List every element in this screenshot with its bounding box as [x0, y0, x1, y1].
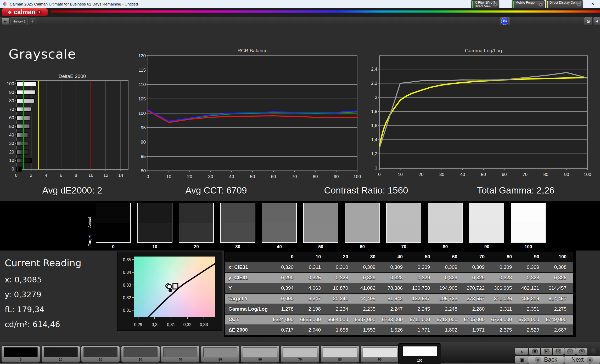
- grayscale-patch-20: [179, 203, 214, 243]
- table-row: Target Y0,0006,34720,34144,40881,642132,…: [225, 293, 573, 304]
- patch-button-0[interactable]: 0: [1, 345, 40, 363]
- table-cell: 2,040: [300, 325, 327, 335]
- table-cell: 20,341: [327, 293, 354, 304]
- svg-text:100: 100: [354, 174, 361, 179]
- patch-button-label: 10: [42, 358, 80, 361]
- svg-text:30: 30: [208, 174, 213, 179]
- svg-text:0,32: 0,32: [183, 322, 192, 327]
- patch-button-20[interactable]: 20: [81, 345, 120, 363]
- tab-label: History 1: [13, 20, 25, 23]
- row-label: Gamma Log/Log: [225, 304, 273, 314]
- table-cell: 6664,000: [327, 314, 354, 325]
- column-header-30: 30: [354, 252, 382, 262]
- patch-button-100[interactable]: 100: [398, 343, 441, 364]
- svg-text:0: 0: [147, 174, 149, 179]
- svg-text:0,32: 0,32: [123, 295, 131, 300]
- patch-button-30[interactable]: 30: [121, 345, 160, 363]
- patch-level-label: 80: [427, 244, 463, 249]
- column-header-80: 80: [491, 252, 518, 262]
- table-cell: 2,247: [382, 304, 409, 314]
- settings-button[interactable]: ⚙: [584, 17, 593, 25]
- next-button[interactable]: Next »: [564, 355, 600, 364]
- table-cell: 0,329: [464, 272, 491, 283]
- status-light: [589, 348, 599, 355]
- deltae-2000-chart: DeltaE 200002468101214100908070605040302…: [5, 73, 134, 184]
- play-button[interactable]: ▶: [541, 348, 552, 355]
- svg-text:120: 120: [138, 53, 146, 58]
- chevron-left-icon: ◀: [596, 19, 598, 23]
- patch-button-80[interactable]: 80: [321, 345, 359, 363]
- calman-menu-button[interactable]: ❖ calman ▼: [2, 8, 48, 16]
- patch-button-50[interactable]: 50: [201, 345, 240, 363]
- actual-swatch: [179, 203, 213, 223]
- meter-status-badge[interactable]: 410: [501, 18, 508, 25]
- svg-text:80: 80: [543, 172, 548, 177]
- column-header-40: 40: [382, 252, 409, 262]
- patch-button-10[interactable]: 10: [41, 345, 80, 363]
- column-header-0: 0: [273, 252, 300, 262]
- tab-history-1[interactable]: History 1: [10, 17, 28, 25]
- add-tab-button[interactable]: +: [29, 18, 36, 24]
- table-cell: 2,234: [327, 304, 354, 314]
- patch-button-40[interactable]: 40: [161, 345, 200, 363]
- measurement-table: 0102030405060708090100x: CIE310,3200,311…: [225, 252, 573, 335]
- svg-text:2: 2: [375, 95, 377, 100]
- table-cell: 0,290: [273, 272, 300, 283]
- table-cell: 2,351: [518, 304, 545, 314]
- patch-button-70[interactable]: 70: [281, 345, 319, 363]
- svg-text:10: 10: [166, 174, 171, 179]
- patch-button-60[interactable]: 60: [241, 345, 279, 363]
- patch-button-label: 30: [121, 358, 160, 361]
- svg-text:30: 30: [9, 141, 14, 146]
- actual-swatch: [345, 203, 379, 223]
- patch-button-label: 40: [161, 358, 199, 361]
- patch-button-label: 90: [361, 358, 399, 361]
- patch-button-90[interactable]: 90: [361, 345, 399, 363]
- back-button[interactable]: « Back: [528, 355, 564, 364]
- table-cell: 371,026: [491, 293, 518, 304]
- stat-contrast-ratio: Contrast Ratio: 1560: [324, 185, 408, 196]
- grayscale-patch-30: [220, 203, 255, 243]
- table-cell: 270,722: [464, 283, 491, 293]
- patch-swatch: [203, 347, 237, 357]
- slide-up-button[interactable]: ▲: [515, 348, 529, 355]
- svg-text:10: 10: [9, 158, 14, 163]
- target-swatch: [387, 223, 421, 242]
- svg-text:0: 0: [378, 172, 380, 177]
- svg-text:1,4: 1,4: [371, 137, 377, 142]
- actual-swatch: [387, 203, 421, 223]
- stop-button[interactable]: ■: [529, 348, 541, 355]
- table-cell: 0,309: [518, 262, 545, 272]
- patch-button-label: 80: [321, 358, 359, 361]
- svg-text:85: 85: [141, 154, 146, 159]
- refresh-button[interactable]: ↻: [576, 348, 588, 355]
- display-control-dropdown[interactable]: Direct Display Control ▼: [546, 0, 583, 9]
- history-panel-toggle-button[interactable]: ▶: [2, 18, 9, 25]
- svg-text:95: 95: [141, 125, 146, 130]
- table-cell: 6713,000: [436, 314, 463, 325]
- patch-button-label: 20: [81, 358, 120, 361]
- target-swatch: [221, 223, 255, 242]
- table-cell: 0,000: [273, 293, 300, 304]
- svg-text:115: 115: [139, 68, 146, 73]
- meter-dropdown[interactable]: X-Rite i1Pro 3 Direct View ▼: [471, 0, 499, 9]
- close-button[interactable]: ✕: [585, 0, 600, 8]
- table-cell: 0,308: [546, 262, 573, 272]
- table-cell: 6324,000: [273, 314, 300, 325]
- source-dropdown[interactable]: Mobile Forge ▼: [512, 0, 545, 9]
- patch-window-icon: ▣: [519, 357, 524, 363]
- app-icon: [3, 2, 7, 6]
- continuous-read-button[interactable]: ∞: [564, 348, 576, 355]
- collapse-toolbar-button[interactable]: ◀: [593, 17, 600, 25]
- svg-text:60: 60: [9, 115, 14, 120]
- table-cell: 0,309: [491, 262, 518, 272]
- svg-text:50: 50: [9, 124, 14, 129]
- grayscale-patch-40: [262, 203, 297, 243]
- calman-diamond-icon: ❖: [8, 9, 12, 15]
- patch-window-button[interactable]: ▣: [515, 355, 529, 364]
- svg-text:DeltaE 2000: DeltaE 2000: [59, 73, 86, 79]
- table-cell: 0,309: [354, 262, 382, 272]
- table-cell: 0,328: [327, 272, 354, 283]
- window-title: Calman 2025 Calman Ultimate for Business…: [10, 2, 138, 6]
- interval-read-button[interactable]: [··]: [552, 348, 564, 355]
